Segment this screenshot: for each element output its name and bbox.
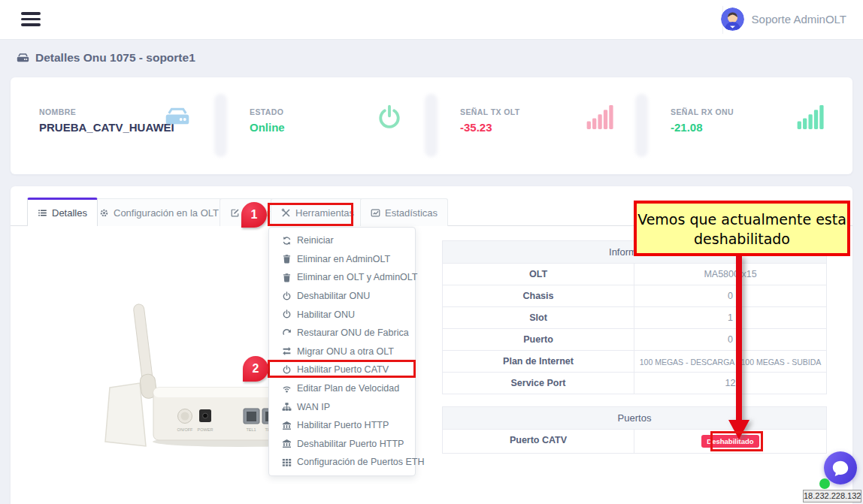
status-bar-ip: 18.232.228.132 xyxy=(803,490,861,502)
power-icon xyxy=(376,104,403,131)
menu-item-eliminar-adminolt[interactable]: Eliminar en AdminOLT xyxy=(269,250,415,269)
tab-label: Detalles xyxy=(52,207,87,219)
annotation-note: Vemos que actualmente esta deshabilitado xyxy=(634,201,850,256)
table-row: Service Port12 xyxy=(443,373,826,394)
menu-item-eliminar-olt-adminolt[interactable]: Eliminar en OLT y AdminOLT xyxy=(269,268,415,287)
stat-label: ESTADO xyxy=(250,107,432,116)
table-row: Plan de Internet100 MEGAS - DESCARGA / 1… xyxy=(443,351,826,373)
stat-label: SEÑAL RX ONU xyxy=(671,107,852,116)
tab-detalles[interactable]: Detalles xyxy=(27,198,98,226)
onu-info-table: Información OLTMA5800 x15 Chasis0 Slot1 … xyxy=(442,240,827,394)
stat-value: -21.08 xyxy=(671,121,852,134)
menu-item-configuracion-puertos-eth[interactable]: Configuración de Puertos ETH xyxy=(269,453,415,472)
app-screen: Soporte AdminOLT Detalles Onu 1075 - sop… xyxy=(0,0,863,504)
page-title: Detalles Onu 1075 - soporte1 xyxy=(17,51,195,65)
hamburger-menu-icon[interactable] xyxy=(21,12,41,28)
card-divider xyxy=(214,94,227,157)
router-icon xyxy=(162,104,192,130)
trash-icon xyxy=(282,254,292,264)
card-divider xyxy=(425,94,438,157)
card-divider xyxy=(635,94,648,157)
stat-nombre: NOMBRE PRUEBA_CATV_HUAWEI xyxy=(11,77,221,174)
user-name: Soporte AdminOLT xyxy=(752,13,846,26)
bank-icon xyxy=(282,439,292,448)
herramientas-dropdown-menu: Reiniciar Eliminar en AdminOLT Eliminar … xyxy=(268,227,416,476)
grid-icon xyxy=(282,457,292,467)
stat-label: SEÑAL TX OLT xyxy=(460,107,642,116)
table-row: Puerto0 xyxy=(443,329,826,351)
annotation-step-1: 1 xyxy=(241,202,267,228)
onu-status-card: NOMBRE PRUEBA_CATV_HUAWEI ESTADO Online … xyxy=(11,77,852,174)
chat-online-dot xyxy=(819,478,830,489)
table-header: Puertos xyxy=(443,407,826,430)
avatar xyxy=(721,8,744,31)
table-row: Puerto CATV Deshabilitado xyxy=(443,430,826,454)
annotation-box-herramientas xyxy=(268,203,353,226)
menu-item-restaurar-fabrica[interactable]: Restaurar ONU de Fabrica xyxy=(269,324,415,343)
chat-widget-button[interactable] xyxy=(824,451,857,484)
signal-icon xyxy=(586,104,613,130)
user-menu[interactable]: Soporte AdminOLT xyxy=(721,8,846,31)
tab-estadisticas[interactable]: Estadísticas xyxy=(360,198,448,226)
top-navbar: Soporte AdminOLT xyxy=(0,0,863,40)
svg-text:POWER: POWER xyxy=(198,427,213,432)
chart-line-icon xyxy=(371,208,380,218)
wifi-icon xyxy=(282,384,292,394)
stat-label: NOMBRE xyxy=(39,107,221,116)
exchange-icon xyxy=(282,346,292,356)
svg-text:TEL1: TEL1 xyxy=(246,427,256,432)
bank-icon xyxy=(282,421,292,430)
stat-estado: ESTADO Online xyxy=(221,77,432,174)
menu-item-editar-plan-velocidad[interactable]: Editar Plan de Velocidad xyxy=(269,379,415,398)
pencil-square-icon xyxy=(230,208,240,218)
stat-value: Online xyxy=(250,121,432,134)
list-icon xyxy=(38,208,47,218)
page-title-text: Detalles Onu 1075 - soporte1 xyxy=(35,51,195,65)
power-icon xyxy=(282,291,292,301)
svg-text:ON/OFF: ON/OFF xyxy=(177,427,193,432)
gear-icon xyxy=(99,208,109,218)
trash-icon xyxy=(282,273,292,282)
table-row: OLTMA5800 x15 xyxy=(443,264,826,285)
menu-item-reiniciar[interactable]: Reiniciar xyxy=(269,231,415,250)
sitemap-icon xyxy=(282,402,292,412)
stat-value: -35.23 xyxy=(460,121,642,134)
stat-senal-tx: SEÑAL TX OLT -35.23 xyxy=(432,77,642,174)
stat-value: PRUEBA_CATV_HUAWEI xyxy=(39,121,221,134)
menu-item-deshabilitar-puerto-http[interactable]: Deshabilitar Puerto HTTP xyxy=(269,435,415,454)
hdd-icon xyxy=(17,52,29,65)
menu-item-deshabilitar-onu[interactable]: Deshabilitar ONU xyxy=(269,287,415,306)
sync-icon xyxy=(282,236,292,246)
annotation-step-2: 2 xyxy=(243,356,268,382)
tab-label: Estadísticas xyxy=(385,207,438,219)
tab-label: Configuración en la OLT xyxy=(114,207,219,219)
tab-configuracion-olt[interactable]: Configuración en la OLT xyxy=(89,198,241,226)
power-icon xyxy=(282,309,292,319)
redo-icon xyxy=(282,328,292,338)
menu-item-habilitar-puerto-http[interactable]: Habilitar Puerto HTTP xyxy=(269,416,415,435)
signal-icon xyxy=(797,104,824,130)
annotation-box-habilitar-catv xyxy=(268,360,416,378)
menu-item-migrar-onu[interactable]: Migrar ONU a otra OLT xyxy=(269,343,415,361)
annotation-box-deshabilitado xyxy=(710,431,763,451)
table-row: Chasis0 xyxy=(443,285,826,307)
stat-senal-rx: SEÑAL RX ONU -21.08 xyxy=(642,77,852,174)
menu-item-wan-ip[interactable]: WAN IP xyxy=(269,397,415,416)
menu-item-habilitar-onu[interactable]: Habilitar ONU xyxy=(269,305,415,324)
table-row: Slot1 xyxy=(443,307,826,329)
onu-ports-table: Puertos Puerto CATV Deshabilitado xyxy=(442,406,827,454)
chat-bubble-icon xyxy=(831,459,849,477)
